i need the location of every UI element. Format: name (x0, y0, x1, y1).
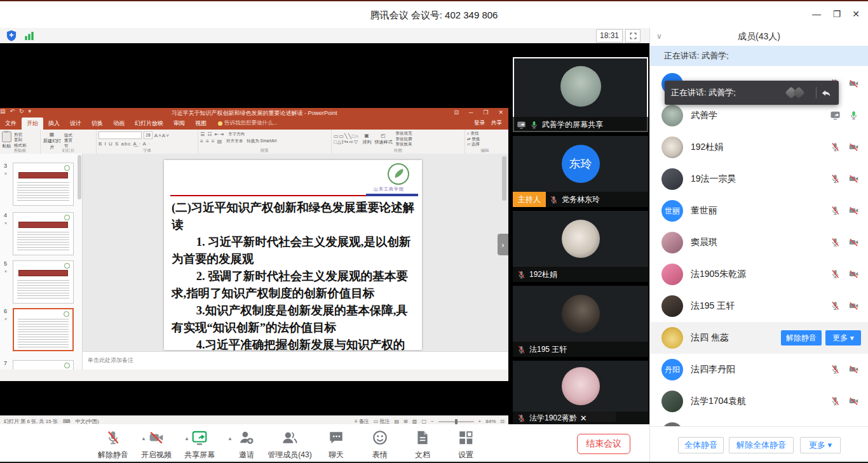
network-signal-icon[interactable] (23, 29, 36, 42)
shape-fill-button[interactable]: 形状填充 (395, 131, 412, 137)
member-row[interactable]: 法195 王轩 (650, 290, 868, 322)
unmute-member-button[interactable]: 解除静音 (781, 330, 822, 346)
footer-more-button[interactable]: 更多 ▾ (800, 437, 841, 453)
video-tile-share[interactable]: 武善学的屏幕共享 (513, 57, 648, 132)
align-icons[interactable]: ≡ ≡ ≡ ▤ (200, 138, 222, 144)
tile-name: 党务林东玲 (562, 194, 600, 205)
font-name-box[interactable] (98, 131, 142, 139)
tab-slideshow[interactable]: 幻灯片放映 (130, 117, 168, 130)
zoom-percent[interactable]: 84% (485, 419, 496, 424)
zoom-in-icon[interactable]: + (478, 419, 482, 424)
avatar (562, 367, 600, 405)
video-tile-host[interactable]: 东玲 主持人 党务林东玲 (513, 136, 648, 207)
mute-all-button[interactable]: 全体静音 (678, 437, 724, 453)
notes-pane[interactable]: 单击此处添加备注 (83, 351, 508, 370)
unmute-all-button[interactable]: 解除全体静音 (729, 437, 794, 453)
copy-button[interactable]: 复制 (14, 137, 27, 143)
font-size-box[interactable]: 28 (144, 131, 153, 139)
list-indent-icons[interactable]: ☰ ☷ ⇤⇥ (200, 131, 224, 137)
end-meeting-button[interactable]: 结束会议 (577, 434, 630, 454)
tab-insert[interactable]: 插入 (43, 117, 65, 130)
tab-transitions[interactable]: 切换 (86, 117, 108, 130)
view-slideshow-icon[interactable]: ▢ (421, 419, 426, 424)
shapes-gallery-row2[interactable]: □△ℓ↬⇨▽ (334, 139, 359, 145)
tab-view[interactable]: 视图 (190, 117, 212, 130)
member-row[interactable]: 19法一宗昊 (650, 163, 868, 195)
ppt-restore-icon[interactable]: ❐ (483, 109, 488, 116)
video-tile[interactable]: 法195 王轩 (513, 286, 648, 357)
video-tile[interactable]: 192杜娟 (513, 211, 648, 282)
slide-thumbnail-4[interactable] (13, 212, 74, 255)
member-row-hovered[interactable]: 法四 焦蕊 解除静音 更多 ▾ (650, 322, 868, 354)
format-painter-button[interactable]: 格式刷 (14, 143, 27, 149)
ppt-signin-button[interactable]: 登录 (474, 119, 485, 127)
cut-button[interactable]: 剪切 (14, 132, 27, 138)
select-button[interactable]: ▱ 选择 (467, 142, 503, 147)
meeting-security-icon[interactable] (5, 29, 18, 42)
tab-review[interactable]: 审阅 (168, 117, 190, 130)
text-direction-button[interactable]: 文字方向 (228, 131, 245, 137)
reply-arrow-icon[interactable] (820, 87, 832, 99)
cam-off-icon (848, 269, 859, 279)
font-style-buttons[interactable]: B I U S abc A͟ ꞏ A ꞏ (98, 141, 196, 147)
thumb-logo-dot (64, 263, 70, 269)
member-row[interactable]: 丹阳 法四李丹阳 (650, 354, 868, 386)
ppt-minimize-icon[interactable]: ─ (469, 109, 473, 116)
video-panel-collapse-handle[interactable]: › (498, 234, 508, 255)
quick-styles-button[interactable]: ◰ 快速样式 (374, 132, 392, 145)
member-row[interactable]: 法1905朱乾源 (650, 258, 868, 290)
reset-button[interactable]: 重置 (64, 138, 72, 144)
close-button[interactable]: ✕ (846, 9, 865, 19)
avatar: 东玲 (562, 145, 600, 183)
tab-home[interactable]: 开始 (22, 117, 43, 130)
ppt-close-icon[interactable]: ✕ (498, 109, 503, 116)
slide-point: 3.知识产权制度是创新发展的基本保障,具有实现“知识创新”的法价值目标 (172, 302, 416, 337)
slide-thumbnail-6-selected[interactable] (13, 308, 74, 351)
replace-button[interactable]: ⇄ 替换 (467, 137, 503, 142)
ppt-window-controls[interactable]: ⊡ ─ ❐ ✕ (454, 109, 503, 116)
shapes-gallery[interactable]: ▭▭╲╲□○ (334, 133, 359, 139)
video-tile-partial[interactable]: 法学1902蒋黔 ✕ (513, 361, 648, 424)
member-more-button[interactable]: 更多 ▾ (825, 330, 861, 346)
layout-button[interactable]: 版式 (64, 133, 72, 138)
thumbnail-scrollbar[interactable] (78, 155, 81, 199)
smartart-button[interactable]: 转换为 SmartArt (247, 138, 276, 144)
settings-button[interactable]: 设置 (439, 429, 492, 460)
shape-outline-button[interactable]: 形状轮廓 (395, 137, 412, 142)
tell-me-box[interactable]: 告诉我您想要做什么... (218, 119, 278, 130)
align-text-button[interactable]: 对齐文本 (226, 138, 243, 144)
paste-button[interactable]: 粘贴 (2, 131, 11, 149)
restore-button[interactable]: ❐ (827, 9, 846, 19)
tab-file[interactable]: 文件 (0, 117, 22, 130)
canvas-scrollbar[interactable] (502, 156, 506, 201)
current-slide[interactable]: 山东工商学院 (二)习近平知识产权创新和绿色发展重要论述解读 1. 习近平新时代… (164, 160, 422, 350)
tab-design[interactable]: 设计 (65, 117, 86, 130)
ppt-share-button[interactable]: 共享 (491, 119, 502, 127)
minimize-button[interactable]: — (807, 9, 826, 19)
slide-thumbnail-3[interactable] (13, 163, 74, 206)
tooltip-text: 正在讲话: 武善学; (671, 87, 736, 98)
view-sorter-icon[interactable]: ⊞ (403, 419, 408, 424)
share-screen-button[interactable]: 共享屏幕 (173, 429, 226, 460)
member-row[interactable]: 法学1704袁航 (650, 386, 868, 417)
slide-thumbnail-5[interactable] (13, 260, 74, 304)
slide-thumbnail-7[interactable] (13, 360, 74, 370)
view-normal-icon[interactable]: ▤ (395, 419, 400, 424)
close-icon[interactable]: ✕ (580, 413, 587, 423)
member-row[interactable]: 192杜娟 (650, 131, 868, 163)
member-row[interactable]: 世丽 董世丽 (650, 195, 868, 227)
tab-animations[interactable]: 动画 (108, 117, 130, 130)
zoom-out-icon[interactable]: − (431, 419, 434, 424)
ppt-ribbon-tabs: 文件 开始 插入 设计 切换 动画 幻灯片放映 审阅 视图 告诉我您想要做什么.… (0, 118, 508, 130)
fit-slide-icon[interactable]: ⊡ (500, 419, 505, 424)
grow-shrink-font-icons[interactable]: A˄A˅ (154, 133, 170, 138)
fullscreen-button[interactable] (625, 29, 641, 43)
arrange-button[interactable]: ▣ 排列 (362, 132, 371, 145)
view-reading-icon[interactable]: ▥ (412, 419, 417, 424)
shape-effects-button[interactable]: 形状效果 (395, 142, 412, 147)
ribbon-options-icon[interactable]: ⊡ (454, 109, 459, 116)
find-button[interactable]: ⌕ 查找 (467, 131, 503, 137)
member-row[interactable]: 窦晨琪 (650, 227, 868, 258)
ppt-body: 3 ✶ 4 ✶ 5 ✶ (0, 154, 508, 370)
zoom-slider[interactable] (438, 421, 474, 422)
